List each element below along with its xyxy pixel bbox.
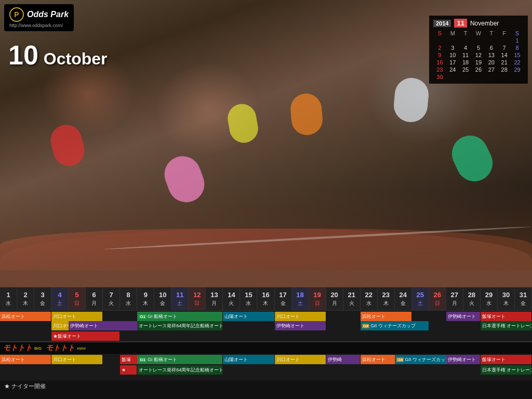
- mini-cal-cell: [485, 37, 498, 44]
- event-block: 日本選手権 オートレースSG: [481, 321, 531, 330]
- mini-cal-cell: 18: [459, 59, 472, 66]
- event-block: 飯塚オート: [481, 312, 531, 321]
- mini-cal-cell: [446, 37, 459, 44]
- event-block: 川口オート: [51, 312, 102, 321]
- mini-cal-header-mon: M: [446, 30, 459, 37]
- event-block: オートレース発祥64周年記念船橋オート祭: [137, 321, 222, 330]
- mini-cal-cell: 30: [433, 73, 446, 81]
- schedule-bottom-wrap: モトトト BIG モトトト mini 浜松オート川口オート飯塚G1GI 船橋オー…: [0, 341, 532, 381]
- event-block: 川口オート: [51, 355, 102, 364]
- mini-cal-cell: 5: [472, 44, 485, 51]
- mini-cal-cell: [472, 37, 485, 44]
- motototo-mini-logo: モトトト mini: [46, 343, 85, 353]
- mini-cal-cell: 25: [459, 66, 472, 73]
- mini-cal-cell: 20: [485, 59, 498, 66]
- mini-cal-cell: [446, 73, 459, 81]
- event-block: 浜松オート: [0, 312, 51, 321]
- day-cell: 11土: [171, 287, 189, 310]
- mini-cal-cell: 15: [511, 51, 524, 59]
- day-cell: 3金: [34, 287, 51, 310]
- mini-cal-cell: [433, 37, 446, 44]
- logo: P Odds Park http://www.oddspark.com/: [4, 4, 74, 31]
- event-block: 川口オート: [275, 355, 326, 364]
- day-cell: 31金: [515, 287, 532, 310]
- event-block: G1GI 船橋オート: [137, 355, 222, 364]
- mini-cal-cell: [485, 73, 498, 81]
- mini-calendar-header: 2014 11 November: [433, 19, 524, 28]
- day-cell: 8水: [120, 287, 137, 310]
- day-cell: 16木: [257, 287, 274, 310]
- mini-cal-cell: 14: [498, 51, 511, 59]
- day-cell: 12日: [189, 287, 206, 310]
- event-block: 伊勢崎オート: [275, 321, 326, 330]
- footer-note: ★ ナイター開催: [0, 381, 532, 391]
- mini-cal-header-fri: F: [498, 30, 511, 37]
- day-cell: 21火: [343, 287, 361, 310]
- event-block: G1GI 船橋オート: [137, 312, 222, 321]
- day-cell: 4土: [51, 287, 69, 310]
- mini-cal-cell: 29: [511, 66, 524, 73]
- mini-cal-header-thu: T: [485, 30, 498, 37]
- mini-cal-cell: 4: [459, 44, 472, 51]
- mini-cal-header-sun: S: [433, 30, 446, 37]
- day-cell: 14火: [223, 287, 240, 310]
- day-cell: 2木: [17, 287, 34, 310]
- logo-name: Odds Park: [27, 10, 69, 19]
- mini-cal-cell: 11: [459, 51, 472, 59]
- mini-cal-cell: 23: [433, 66, 446, 73]
- footer-text: ★ ナイター開催: [4, 383, 46, 389]
- mini-calendar-table: S M T W T F S 12345678910111213141516171…: [433, 30, 524, 81]
- mini-cal-cell: 12: [472, 51, 485, 59]
- day-cell: 28火: [463, 287, 481, 310]
- mini-cal-cell: 13: [485, 51, 498, 59]
- mini-cal-header-wed: W: [472, 30, 485, 37]
- mini-cal-cell: 28: [498, 66, 511, 73]
- mini-cal-cell: [498, 37, 511, 44]
- event-block: 川口オート: [275, 312, 326, 321]
- mini-cal-cell: 7: [498, 44, 511, 51]
- event-block: 伊勢崎: [326, 355, 360, 364]
- event-block: GIIGII ウィナーズカップ: [361, 321, 429, 330]
- day-cell: 22水: [361, 287, 378, 310]
- mini-cal-header-tue: T: [459, 30, 472, 37]
- days-row: 1水2木3金4土5日6月7火8水9木10金11土12日13月14火15水16木1…: [0, 287, 532, 310]
- day-cell: 13月: [206, 287, 223, 310]
- mini-cal-header-sat: S: [511, 30, 524, 37]
- logo-icon: P: [9, 7, 24, 22]
- mini-calendar: 2014 11 November S M T W T F S 123456789…: [429, 16, 528, 84]
- day-cell: 23木: [378, 287, 395, 310]
- day-cell: 15水: [240, 287, 257, 310]
- logo-top: P Odds Park: [9, 7, 69, 22]
- day-cell: 9木: [137, 287, 154, 310]
- event-block: 伊勢崎オート: [446, 312, 480, 321]
- day-cell: 6月: [86, 287, 103, 310]
- mini-cal-cell: 16: [433, 59, 446, 66]
- mini-cal-cell: 2: [433, 44, 446, 51]
- day-cell: 17金: [275, 287, 292, 310]
- mini-cal-cell: [511, 73, 524, 81]
- mini-cal-cell: 10: [446, 51, 459, 59]
- day-cell: 5日: [69, 287, 86, 310]
- mini-cal-cell: 26: [472, 66, 485, 73]
- day-cell: 19日: [309, 287, 326, 310]
- mini-cal-cell: 19: [472, 59, 485, 66]
- bottom-section: 1水2木3金4土5日6月7火8水9木10金11土12日13月14火15水16木1…: [0, 287, 532, 399]
- month-number: 10: [8, 42, 38, 69]
- event-block: 浜松オート: [0, 355, 51, 364]
- day-cell: 30木: [498, 287, 515, 310]
- event-block: 山陽オート: [223, 355, 274, 364]
- month-title: 10 October: [8, 42, 108, 69]
- mini-cal-cell: 3: [446, 44, 459, 51]
- event-block: 山陽オート: [223, 312, 274, 321]
- mini-cal-cell: 8: [511, 44, 524, 51]
- mini-cal-cell: 1: [511, 37, 524, 44]
- day-cell: 24金: [395, 287, 412, 310]
- day-cell: 27月: [446, 287, 463, 310]
- day-cell: 10金: [154, 287, 171, 310]
- day-cell: 7火: [103, 287, 120, 310]
- mini-cal-cell: [498, 73, 511, 81]
- mini-cal-cell: [472, 73, 485, 81]
- mini-cal-cell: 17: [446, 59, 459, 66]
- day-cell: 18土: [292, 287, 309, 310]
- schedule-top: 浜松オート川口オートG1GI 船橋オート山陽オート川口オート浜松オート伊勢崎オー…: [0, 310, 532, 341]
